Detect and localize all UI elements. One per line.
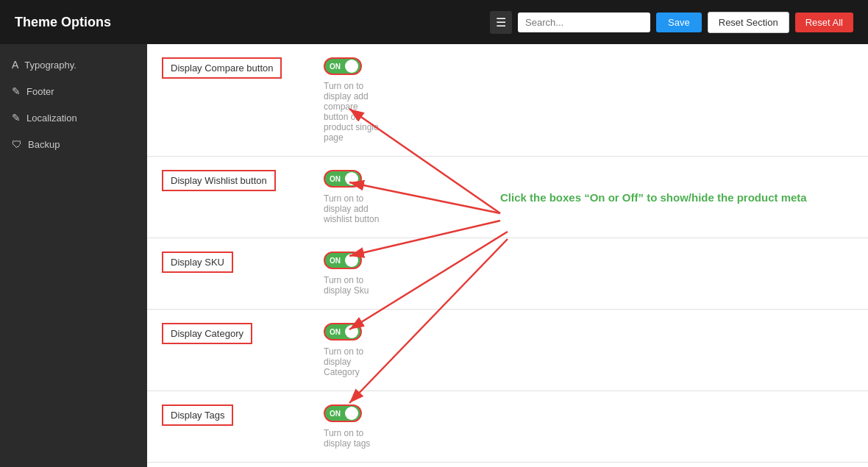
tags-control: ON Turn on to display tags [324,404,383,449]
wishlist-toggle-label: ON [327,175,341,183]
category-label: Display Category [162,323,252,344]
grid-icon[interactable]: ☰ [490,11,512,34]
sku-toggle[interactable]: ON [324,252,362,269]
sku-toggle-label: ON [327,257,341,265]
wishlist-control: ON Turn on to display add wishlist butto… [324,170,383,224]
category-desc: Turn on to display Category [324,346,383,377]
localization-icon: ✎ [12,112,21,124]
compare-toggle-knob [345,60,358,73]
setting-row-compare: Display Compare button ON Turn on to dis… [147,44,868,157]
category-toggle-knob [345,325,358,338]
sku-toggle-knob [345,254,358,267]
setting-label-col: Display Tags [162,404,309,426]
setting-label-col: Display Category [162,323,309,344]
layout: A Typography. ✎ Footer ✎ Localization 🛡 … [0,44,868,467]
sku-label: Display SKU [162,252,233,273]
reset-all-button[interactable]: Reset All [795,13,853,32]
setting-row-sku: Display SKU ON Turn on to display Sku [147,238,868,310]
sku-desc: Turn on to display Sku [324,275,383,296]
sidebar-item-label: Localization [26,113,77,124]
sidebar-item-label: Footer [26,86,54,97]
sku-control: ON Turn on to display Sku [324,252,383,296]
sidebar: A Typography. ✎ Footer ✎ Localization 🛡 … [0,44,147,467]
sidebar-item-label: Backup [28,139,60,150]
tags-label: Display Tags [162,404,233,426]
sidebar-item-typography[interactable]: A Typography. [0,51,147,78]
main-content: Display Compare button ON Turn on to dis… [147,44,868,467]
compare-label: Display Compare button [162,57,282,79]
sidebar-item-footer[interactable]: ✎ Footer [0,78,147,104]
setting-row-tags: Display Tags ON Turn on to display tags [147,391,868,463]
setting-label-col: Display Wishlist button [162,170,309,191]
save-button[interactable]: Save [656,13,702,32]
setting-row-category: Display Category ON Turn on to display C… [147,310,868,391]
tags-toggle-knob [345,407,358,420]
category-toggle-label: ON [327,328,341,336]
app-title: Theme Options [15,15,478,30]
tags-toggle[interactable]: ON [324,404,362,422]
compare-control: ON Turn on to display add compare button… [324,57,383,143]
header-controls: ☰ Save Reset Section Reset All [490,11,853,34]
wishlist-toggle-knob [345,172,358,185]
tags-toggle-label: ON [327,410,341,418]
sidebar-item-localization[interactable]: ✎ Localization [0,104,147,131]
setting-row-wishlist: Display Wishlist button ON Turn on to di… [147,157,868,238]
sidebar-item-label: Typography. [24,60,77,71]
reset-section-button[interactable]: Reset Section [708,12,789,33]
typography-icon: A [12,59,18,71]
wishlist-label: Display Wishlist button [162,170,276,191]
category-toggle[interactable]: ON [324,323,362,341]
search-input[interactable] [518,13,650,32]
footer-icon: ✎ [12,85,21,97]
compare-toggle-label: ON [327,63,341,71]
setting-row-share: Display Share button ON Turn on to displ… [147,463,868,467]
header: Theme Options ☰ Save Reset Section Reset… [0,0,868,44]
setting-label-col: Display SKU [162,252,309,273]
wishlist-toggle[interactable]: ON [324,170,362,188]
setting-label-col: Display Compare button [162,57,309,79]
wishlist-desc: Turn on to display add wishlist button [324,193,383,224]
compare-desc: Turn on to display add compare button on… [324,81,383,143]
compare-toggle[interactable]: ON [324,57,362,75]
backup-icon: 🛡 [12,138,22,150]
sidebar-item-backup[interactable]: 🛡 Backup [0,131,147,157]
category-control: ON Turn on to display Category [324,323,383,377]
tags-desc: Turn on to display tags [324,428,383,449]
